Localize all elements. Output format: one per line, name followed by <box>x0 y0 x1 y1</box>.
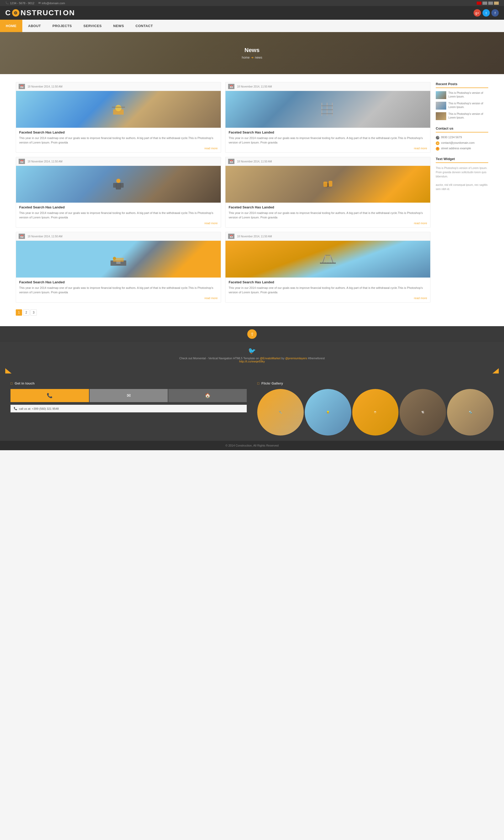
post-card-4: 📅 18 November 2014, 11:50 AM Faceted Sea… <box>225 157 431 228</box>
flickr-thumb-4[interactable]: 🏗 <box>399 389 446 435</box>
post-title-1: Faceted Search Has Landed <box>19 130 218 134</box>
posts-row-3: 📅 18 November 2014, 11:50 AM F <box>16 232 431 303</box>
call-us-number: call us at: +399 (560) 321 9548 <box>19 407 59 410</box>
scroll-to-top-button[interactable]: ⇧ <box>247 329 257 339</box>
svg-point-9 <box>116 179 121 183</box>
post-title-3: Faceted Search Has Landed <box>19 205 218 209</box>
post-date-3: 18 November 2014, 11:50 AM <box>28 160 62 163</box>
call-us-phone-icon: 📞 <box>14 407 17 410</box>
post-date-2: 18 November 2014, 11:50 AM <box>237 85 272 88</box>
footer-corner-left <box>5 368 12 374</box>
top-bar: 📞 1234 - 5678 - 9012 ✉ info@domain.com <box>0 0 504 6</box>
footer-home-button[interactable]: 🏠 <box>168 389 247 402</box>
phone-icon: 📞 <box>5 1 9 5</box>
post-image-3 <box>16 166 221 203</box>
twitter-icon[interactable]: t <box>483 9 490 17</box>
post-date-6: 18 November 2014, 11:50 AM <box>237 235 272 238</box>
phone-info: 📞 1234 - 5678 - 9012 <box>5 1 34 5</box>
post-calendar-icon-4: 📅 <box>228 159 234 164</box>
facebook-icon[interactable]: f <box>491 9 499 17</box>
tweet-url-link[interactable]: http://t.co/ewqe69ky <box>239 360 265 363</box>
svg-point-1 <box>115 105 122 111</box>
flickr-grid: 🔧 👷 ⛑ 🏗 🔩 <box>257 389 493 435</box>
recent-thumb-2 <box>436 102 446 109</box>
breadcrumb-home[interactable]: home <box>242 56 250 59</box>
premiumlayers-link[interactable]: @premiumlayers <box>285 357 307 360</box>
svg-rect-6 <box>321 105 333 106</box>
header: C ⚙ NSTRUCTI ON g+ t f <box>0 6 504 20</box>
read-more-3[interactable]: read more <box>19 222 218 225</box>
post-meta-6: 📅 18 November 2014, 11:50 AM <box>226 232 430 241</box>
page-btn-2[interactable]: 2 <box>23 309 30 316</box>
read-more-1[interactable]: read more <box>19 147 218 150</box>
post-card-1: 📅 18 November 2014, 11:50 AM Faceted Sea… <box>16 82 221 153</box>
post-body-3: Faceted Search Has Landed This year in o… <box>16 203 221 227</box>
svg-rect-8 <box>321 113 333 114</box>
post-calendar-icon-1: 📅 <box>19 84 25 89</box>
sidebar-recent-posts: Recent Posts This is Photoshop's version… <box>436 82 488 120</box>
post-calendar-icon-3: 📅 <box>19 159 25 164</box>
read-more-2[interactable]: read more <box>229 147 427 150</box>
flickr-thumb-5[interactable]: 🔩 <box>447 389 493 435</box>
sidebar: Recent Posts This is Photoshop's version… <box>436 82 488 318</box>
footer-flickr-gallery: Flickr Gallery 🔧 👷 ⛑ 🏗 🔩 <box>257 381 493 435</box>
post-card-6: 📅 18 November 2014, 11:50 AM <box>225 232 431 303</box>
post-date-5: 18 November 2014, 11:50 AM <box>28 235 62 238</box>
nav-services[interactable]: SERVICES <box>78 20 108 32</box>
top-bar-flags <box>477 2 499 5</box>
recent-post-item-1: This is Photoshop's version of Lorem Ips… <box>436 91 488 99</box>
recent-text-3: This is Photoshop's version of Lorem Ips… <box>448 112 488 120</box>
read-more-4[interactable]: read more <box>229 222 427 225</box>
flag-4[interactable] <box>494 2 499 5</box>
phone-number: 1234 - 5678 - 9012 <box>10 2 34 5</box>
flag-2[interactable] <box>483 2 487 5</box>
post-image-1 <box>16 91 221 128</box>
post-date-4: 18 November 2014, 11:50 AM <box>237 160 272 163</box>
flickr-thumb-2[interactable]: 👷 <box>305 389 351 435</box>
svg-rect-11 <box>113 183 116 188</box>
flickr-thumb-3[interactable]: ⛑ <box>352 389 399 435</box>
flag-1[interactable] <box>477 2 482 5</box>
post-text-1: This year in our 2014 roadmap one of our… <box>19 136 218 144</box>
navigation: HOME ABOUT PROJECTS SERVICES NEWS CONTAC… <box>0 20 504 32</box>
post-title-5: Faceted Search Has Landed <box>19 280 218 284</box>
nav-home[interactable]: HOME <box>0 20 22 32</box>
twitter-section: 🐦 Check out Momental - Vertical Navigati… <box>0 342 504 368</box>
nav-about[interactable]: ABOUT <box>22 20 47 32</box>
logo-text-post: NSTRUCTI <box>20 9 62 17</box>
flickr-thumb-1[interactable]: 🔧 <box>257 389 304 435</box>
post-image-6 <box>226 241 430 277</box>
logo[interactable]: C ⚙ NSTRUCTI ON <box>5 9 75 17</box>
footer-flickr-title: Flickr Gallery <box>257 381 493 385</box>
post-card-3: 📅 18 November 2014, 11:50 AM Faceted Sea… <box>16 157 221 228</box>
read-more-6[interactable]: read more <box>229 296 427 299</box>
address-icon-sidebar: 📍 <box>436 147 439 151</box>
svg-rect-15 <box>323 182 327 187</box>
sidebar-email-address: contact@yourdomain.com <box>441 141 474 144</box>
nav-news[interactable]: NEWS <box>107 20 130 32</box>
google-plus-icon[interactable]: g+ <box>473 9 481 17</box>
post-body-5: Faceted Search Has Landed This year in o… <box>16 277 221 302</box>
flag-3[interactable] <box>488 2 493 5</box>
sidebar-contact-address: 📍 street address example <box>436 147 488 151</box>
footer-phone-button[interactable]: 📞 <box>11 389 89 402</box>
post-meta-4: 📅 18 November 2014, 11:50 AM <box>226 157 430 166</box>
nav-contact[interactable]: CONTACT <box>130 20 159 32</box>
footer-email-button[interactable]: ✉ <box>90 389 168 402</box>
svg-rect-12 <box>121 183 124 188</box>
post-meta-2: 📅 18 November 2014, 11:50 AM <box>226 82 430 91</box>
envato-market-link[interactable]: @EnvatoMarket <box>260 357 281 360</box>
post-calendar-icon-5: 📅 <box>19 234 25 239</box>
nav-projects[interactable]: PROJECTS <box>47 20 78 32</box>
sidebar-contact: Contact us 📞 9930 1234 5679 ✉ contact@yo… <box>436 126 488 151</box>
read-more-5[interactable]: read more <box>19 296 218 299</box>
post-image-4 <box>226 166 430 203</box>
page-btn-3[interactable]: 3 <box>31 309 37 316</box>
post-text-3: This year in our 2014 roadmap one of our… <box>19 211 218 220</box>
page-btn-1[interactable]: 1 <box>16 309 22 316</box>
recent-thumb-3 <box>436 112 446 120</box>
footer-widgets: Get in touch 📞 ✉ 🏠 📞 call us at: +399 (5… <box>0 376 504 441</box>
recent-text-2: This is Photoshop's version of Lorem Ips… <box>448 102 488 109</box>
sidebar-phone-number: 9930 1234 5679 <box>441 136 462 139</box>
copyright-text: © 2014 Construction, All Rights Reserved <box>226 444 279 447</box>
